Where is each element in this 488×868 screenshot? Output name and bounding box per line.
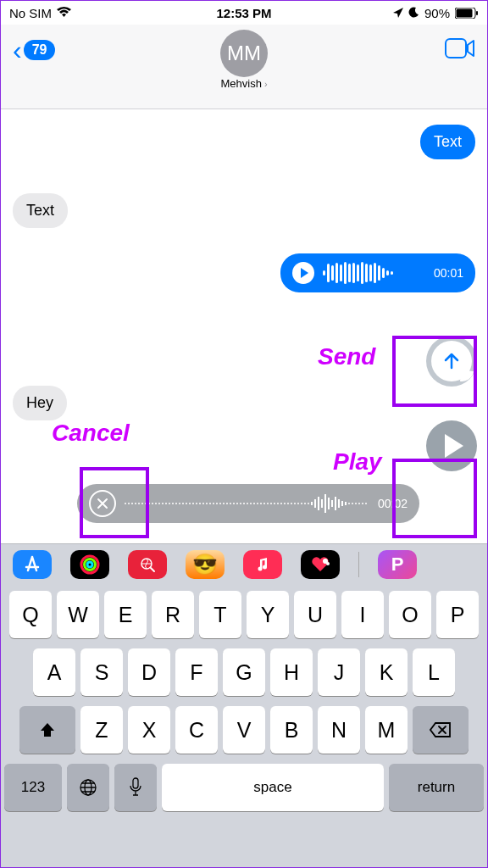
key-u[interactable]: U (294, 591, 336, 638)
key-n[interactable]: N (318, 706, 360, 754)
images-search-icon[interactable] (128, 550, 167, 579)
return-key[interactable]: return (389, 764, 484, 811)
key-z[interactable]: Z (80, 706, 123, 754)
space-key[interactable]: space (162, 764, 384, 811)
recording-duration: 00:02 (378, 497, 408, 510)
facetime-button[interactable] (445, 38, 475, 62)
waveform (323, 262, 425, 284)
dictation-key[interactable] (114, 764, 157, 811)
audio-message-out[interactable]: 00:01 (280, 253, 475, 292)
memoji-icon[interactable]: 😎 (186, 550, 225, 579)
key-i[interactable]: I (341, 591, 384, 638)
svg-rect-12 (133, 778, 138, 788)
music-icon[interactable] (243, 550, 282, 579)
app-p-icon[interactable]: P (378, 550, 417, 579)
moon-icon (408, 6, 419, 20)
audio-duration: 00:01 (434, 266, 463, 280)
svg-point-5 (85, 559, 96, 570)
back-button[interactable]: ‹ 79 (13, 35, 55, 66)
carrier-text: No SIM (9, 6, 52, 20)
wifi-icon (57, 6, 71, 20)
globe-key[interactable] (67, 764, 109, 811)
play-icon (445, 434, 463, 458)
avatar[interactable]: MM (220, 30, 268, 77)
play-icon[interactable] (292, 262, 314, 284)
key-d[interactable]: D (128, 648, 170, 696)
svg-rect-3 (446, 39, 466, 58)
nav-header: ‹ 79 MM Mehvish › (1, 25, 487, 109)
avatar-initials: MM (227, 42, 261, 65)
key-w[interactable]: W (57, 591, 99, 638)
message-out[interactable]: Text (420, 125, 475, 159)
shift-key[interactable] (19, 706, 75, 754)
app-store-icon[interactable] (13, 550, 52, 579)
play-audio-button[interactable] (426, 420, 477, 471)
key-v[interactable]: V (223, 706, 265, 754)
chevron-left-icon: ‹ (13, 35, 22, 66)
arrow-up-icon (440, 349, 463, 373)
key-y[interactable]: Y (247, 591, 289, 638)
svg-rect-1 (457, 8, 473, 17)
app-strip: 😎 P (1, 543, 487, 584)
backspace-key[interactable] (413, 706, 469, 754)
key-k[interactable]: K (365, 648, 408, 696)
conversation-view[interactable]: Text Text 00:01 Hey (1, 109, 487, 516)
divider (358, 552, 359, 577)
recording-preview-bar: /*dots*/ 00:02 (77, 484, 419, 523)
activity-icon[interactable] (70, 550, 109, 579)
numbers-key[interactable]: 123 (4, 764, 62, 811)
key-m[interactable]: M (365, 706, 408, 754)
send-audio-button[interactable] (426, 336, 477, 387)
location-icon (393, 6, 403, 20)
status-bar: No SIM 12:53 PM 90% (1, 1, 487, 25)
key-r[interactable]: R (152, 591, 194, 638)
key-f[interactable]: F (175, 648, 218, 696)
svg-point-9 (326, 562, 330, 565)
message-in[interactable]: Hey (13, 386, 67, 420)
digital-touch-icon[interactable] (301, 550, 340, 579)
battery-icon (455, 8, 479, 19)
key-o[interactable]: O (389, 591, 431, 638)
svg-rect-2 (476, 11, 478, 15)
unread-badge: 79 (24, 40, 56, 60)
key-c[interactable]: C (175, 706, 218, 754)
key-g[interactable]: G (223, 648, 265, 696)
key-a[interactable]: A (33, 648, 75, 696)
key-s[interactable]: S (80, 648, 123, 696)
key-b[interactable]: B (270, 706, 313, 754)
message-in[interactable]: Text (13, 193, 68, 228)
recording-waveform: /*dots*/ (125, 494, 369, 513)
clock: 12:53 PM (216, 6, 271, 20)
chevron-right-icon: › (264, 79, 268, 89)
key-l[interactable]: L (413, 648, 455, 696)
key-e[interactable]: E (104, 591, 147, 638)
contact-name-button[interactable]: Mehvish › (220, 77, 267, 90)
key-t[interactable]: T (199, 591, 241, 638)
cancel-recording-button[interactable] (89, 490, 116, 517)
key-p[interactable]: P (436, 591, 479, 638)
key-j[interactable]: J (318, 648, 360, 696)
keyboard: QWERTYUIOP ASDFGHJKL ZXCVBNM 123 space r… (1, 584, 487, 867)
key-x[interactable]: X (128, 706, 170, 754)
battery-percent: 90% (424, 6, 450, 20)
key-h[interactable]: H (270, 648, 313, 696)
svg-point-6 (87, 562, 92, 567)
key-q[interactable]: Q (9, 591, 52, 638)
